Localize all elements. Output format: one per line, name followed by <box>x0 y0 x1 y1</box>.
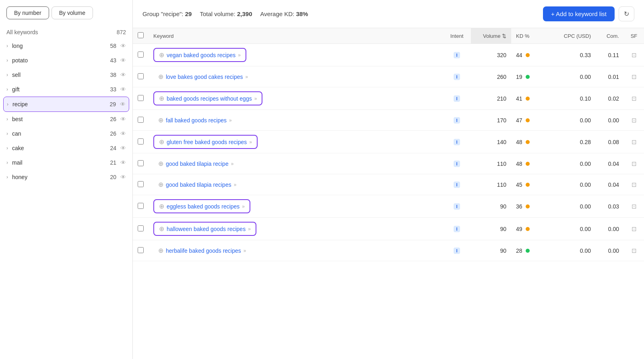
row-checkbox[interactable] <box>138 117 144 123</box>
eye-icon[interactable]: 👁 <box>120 145 126 151</box>
keyword-link[interactable]: love bakes good cakes recipes <box>166 74 243 80</box>
kd-value: 28 <box>516 248 522 254</box>
sf-icon[interactable]: ⊡ <box>632 52 637 58</box>
row-checkbox-cell <box>133 110 149 131</box>
chevron-icon: › <box>6 72 8 78</box>
kd-dot-icon <box>526 53 530 57</box>
sidebar-item-best[interactable]: › best 26 👁 <box>0 112 132 126</box>
sidebar-item-label: can <box>12 130 110 137</box>
volume-cell: 110 <box>471 174 511 195</box>
sidebar-item-potato[interactable]: › potato 43 👁 <box>0 53 132 68</box>
sidebar-item-long[interactable]: › long 58 👁 <box>0 39 132 53</box>
sidebar-item-gift[interactable]: › gift 33 👁 <box>0 82 132 97</box>
eye-icon[interactable]: 👁 <box>120 72 126 78</box>
com-cell: 0.00 <box>596 240 624 261</box>
row-checkbox[interactable] <box>138 160 144 166</box>
plus-circle-icon: ⊕ <box>158 181 163 188</box>
sidebar-item-count: 24 <box>110 145 116 151</box>
chevron-right-icon: » <box>245 74 248 80</box>
keyword-cell: ⊕ gluten free baked goods recipes » <box>149 131 443 153</box>
intent-cell: I <box>443 87 471 110</box>
avg-kd-label: Average KD: 38% <box>260 10 308 17</box>
row-checkbox[interactable] <box>138 247 144 253</box>
eye-icon[interactable]: 👁 <box>120 159 126 166</box>
sf-icon[interactable]: ⊡ <box>632 225 637 232</box>
group-count: 29 <box>185 10 192 17</box>
sf-cell: ⊡ <box>624 218 644 240</box>
sidebar-item-label: recipe <box>12 101 109 107</box>
keyword-cell: ⊕ halloween baked goods recipes » <box>149 218 443 240</box>
kd-dot-icon <box>526 75 530 79</box>
keyword-cell: ⊕ baked goods recipes without eggs » <box>149 87 443 110</box>
refresh-button[interactable]: ↻ <box>619 6 634 21</box>
keyword-link[interactable]: fall baked goods recipes <box>166 117 227 124</box>
sf-icon[interactable]: ⊡ <box>632 138 637 145</box>
plus-circle-icon: ⊕ <box>159 95 164 102</box>
plus-circle-icon: ⊕ <box>158 116 163 124</box>
keyword-link[interactable]: good baked tilapia recipe <box>166 161 229 167</box>
sidebar-item-sell[interactable]: › sell 38 👁 <box>0 68 132 82</box>
chevron-icon: › <box>6 58 8 63</box>
sidebar-item-label: honey <box>12 174 110 180</box>
intent-badge: I <box>454 74 460 80</box>
sidebar-item-mail[interactable]: › mail 21 👁 <box>0 155 132 170</box>
volume-cell: 170 <box>471 110 511 131</box>
keyword-link[interactable]: eggless baked goods recipes <box>167 203 239 210</box>
row-checkbox[interactable] <box>138 52 144 58</box>
keyword-cell: ⊕ good baked tilapia recipe » <box>149 153 443 174</box>
sf-icon[interactable]: ⊡ <box>632 203 637 210</box>
chevron-icon: › <box>6 116 8 122</box>
intent-cell: I <box>443 174 471 195</box>
sidebar-item-recipe[interactable]: › recipe 29 👁 <box>3 97 129 112</box>
keyword-link[interactable]: herbalife baked goods recipes <box>166 248 241 254</box>
chevron-right-icon: » <box>234 182 237 188</box>
keyword-link[interactable]: good baked tilapia recipes <box>166 182 231 188</box>
row-checkbox[interactable] <box>138 73 144 79</box>
volume-cell: 320 <box>471 44 511 66</box>
sf-icon[interactable]: ⊡ <box>632 247 637 254</box>
eye-icon[interactable]: 👁 <box>120 101 126 107</box>
sf-cell: ⊡ <box>624 195 644 218</box>
com-cell: 0.04 <box>596 174 624 195</box>
sidebar-item-can[interactable]: › can 26 👁 <box>0 126 132 141</box>
select-all-checkbox[interactable] <box>138 32 144 38</box>
row-checkbox[interactable] <box>138 138 144 144</box>
sidebar-item-honey[interactable]: › honey 20 👁 <box>0 170 132 184</box>
eye-icon[interactable]: 👁 <box>120 57 126 64</box>
row-checkbox[interactable] <box>138 203 144 209</box>
sidebar-header: All keywords 872 <box>0 26 132 39</box>
sf-icon[interactable]: ⊡ <box>632 160 637 167</box>
sf-icon[interactable]: ⊡ <box>632 95 637 102</box>
sf-icon[interactable]: ⊡ <box>632 181 637 188</box>
eye-icon[interactable]: 👁 <box>120 130 126 137</box>
add-to-keyword-list-button[interactable]: + Add to keyword list <box>543 6 615 21</box>
keyword-link[interactable]: baked goods recipes without eggs <box>167 95 252 102</box>
sf-cell: ⊡ <box>624 44 644 66</box>
eye-icon[interactable]: 👁 <box>120 174 126 180</box>
row-checkbox-cell <box>133 240 149 261</box>
eye-icon[interactable]: 👁 <box>120 116 126 122</box>
keyword-link[interactable]: vegan baked goods recipes <box>167 52 235 58</box>
kd-value: 36 <box>516 203 522 210</box>
volume-cell: 260 <box>471 66 511 87</box>
sidebar-item-cake[interactable]: › cake 24 👁 <box>0 141 132 155</box>
eye-icon[interactable]: 👁 <box>120 86 126 93</box>
com-cell: 0.00 <box>596 218 624 240</box>
sf-icon[interactable]: ⊡ <box>632 117 637 124</box>
row-checkbox[interactable] <box>138 225 144 231</box>
keyword-link[interactable]: gluten free baked goods recipes <box>167 139 247 145</box>
kd-value: 45 <box>516 182 522 188</box>
sf-icon[interactable]: ⊡ <box>632 73 637 80</box>
chevron-right-icon: » <box>248 226 251 232</box>
by-number-button[interactable]: By number <box>6 6 49 19</box>
kd-value: 44 <box>516 52 522 58</box>
kd-value: 48 <box>516 161 522 167</box>
col-intent: Intent <box>443 28 471 44</box>
kd-dot-icon <box>526 118 530 122</box>
sf-cell: ⊡ <box>624 110 644 131</box>
row-checkbox[interactable] <box>138 181 144 187</box>
by-volume-button[interactable]: By volume <box>52 6 93 19</box>
keyword-link[interactable]: halloween baked goods recipes <box>167 226 246 232</box>
eye-icon[interactable]: 👁 <box>120 43 126 49</box>
row-checkbox[interactable] <box>138 95 144 101</box>
